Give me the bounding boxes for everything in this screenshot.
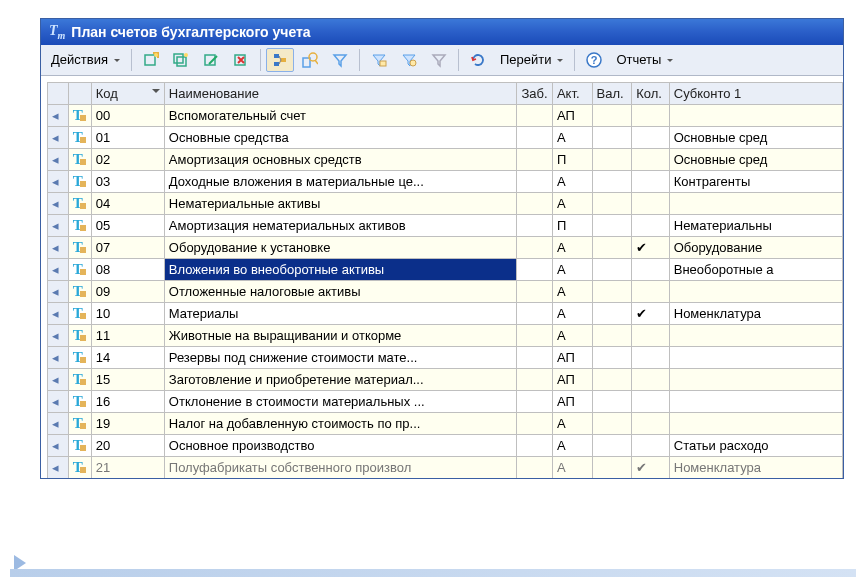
cell-zab (517, 104, 552, 126)
cell-kol (632, 390, 670, 412)
row-type-icon: Т (68, 390, 91, 412)
svg-point-1 (154, 53, 158, 57)
cell-name: Амортизация нематериальных активов (164, 214, 517, 236)
col-code[interactable]: Код (91, 82, 164, 104)
row-type-icon: Т (68, 258, 91, 280)
col-marker[interactable] (48, 82, 69, 104)
col-name[interactable]: Наименование (164, 82, 517, 104)
cell-name: Отклонение в стоимости материальных ... (164, 390, 517, 412)
cell-name: Материалы (164, 302, 517, 324)
svg-rect-8 (274, 62, 279, 66)
delete-row-icon[interactable] (227, 48, 255, 72)
cell-name: Основное производство (164, 434, 517, 456)
clear-filter-icon[interactable] (425, 48, 453, 72)
row-marker: ◂ (48, 324, 69, 346)
col-type-icon[interactable] (68, 82, 91, 104)
row-type-icon: Т (68, 302, 91, 324)
row-type-icon: Т (68, 412, 91, 434)
cell-val (592, 192, 632, 214)
col-kol[interactable]: Кол. (632, 82, 670, 104)
row-type-icon: Т (68, 192, 91, 214)
row-type-icon: Т (68, 170, 91, 192)
cell-kol: ✔ (632, 302, 670, 324)
cell-akt: А (552, 126, 592, 148)
cell-akt: А (552, 258, 592, 280)
cell-name: Отложенные налоговые активы (164, 280, 517, 302)
add-row-icon[interactable] (137, 48, 165, 72)
svg-text:?: ? (591, 54, 598, 66)
table-row[interactable]: ◂Т01Основные средстваАОсновные сред (48, 126, 843, 148)
cell-val (592, 412, 632, 434)
cell-sub1: Оборудование (669, 236, 842, 258)
cell-val (592, 258, 632, 280)
row-type-icon: Т (68, 324, 91, 346)
row-marker: ◂ (48, 390, 69, 412)
col-akt[interactable]: Акт. (552, 82, 592, 104)
goto-menu[interactable]: Перейти (494, 48, 570, 71)
table-row[interactable]: ◂Т02Амортизация основных средствПОсновны… (48, 148, 843, 170)
row-marker: ◂ (48, 192, 69, 214)
actions-menu[interactable]: Действия (45, 48, 126, 71)
table-row[interactable]: ◂Т15Заготовление и приобретение материал… (48, 368, 843, 390)
table-row[interactable]: ◂Т19Налог на добавленную стоимость по пр… (48, 412, 843, 434)
cell-akt: АП (552, 368, 592, 390)
table-row[interactable]: ◂Т07Оборудование к установкеА✔Оборудован… (48, 236, 843, 258)
col-sub1[interactable]: Субконто 1 (669, 82, 842, 104)
add-group-icon[interactable] (167, 48, 195, 72)
svg-point-13 (410, 60, 416, 66)
row-marker: ◂ (48, 412, 69, 434)
table-row[interactable]: ◂Т00Вспомогательный счетАП (48, 104, 843, 126)
cell-val (592, 104, 632, 126)
cell-code: 08 (91, 258, 164, 280)
table-row[interactable]: ◂Т16Отклонение в стоимости материальных … (48, 390, 843, 412)
cell-zab (517, 456, 552, 478)
cell-sub1 (669, 192, 842, 214)
refresh-icon[interactable] (464, 48, 492, 72)
cell-sub1 (669, 346, 842, 368)
table-row[interactable]: ◂Т03Доходные вложения в материальные це.… (48, 170, 843, 192)
edit-row-icon[interactable] (197, 48, 225, 72)
accounts-table[interactable]: Код Наименование Заб. Акт. Вал. Кол. Суб… (47, 82, 843, 479)
table-row[interactable]: ◂Т10МатериалыА✔Номенклатура (48, 302, 843, 324)
cell-name: Резервы под снижение стоимости мате... (164, 346, 517, 368)
cell-val (592, 368, 632, 390)
app-icon: Тт (49, 23, 65, 41)
cell-name: Полуфабрикаты собственного произвол (164, 456, 517, 478)
table-row[interactable]: ◂Т05Амортизация нематериальных активовПН… (48, 214, 843, 236)
row-type-icon: Т (68, 214, 91, 236)
cell-zab (517, 148, 552, 170)
reports-menu[interactable]: Отчеты (610, 48, 679, 71)
table-row[interactable]: ◂Т04Нематериальные активыА (48, 192, 843, 214)
cell-akt: АП (552, 104, 592, 126)
hierarchy-toggle-icon[interactable] (266, 48, 294, 72)
help-icon[interactable]: ? (580, 48, 608, 72)
cell-zab (517, 214, 552, 236)
col-zab[interactable]: Заб. (517, 82, 552, 104)
table-row[interactable]: ◂Т09Отложенные налоговые активыА (48, 280, 843, 302)
filter-icon[interactable] (326, 48, 354, 72)
cell-sub1: Основные сред (669, 126, 842, 148)
cell-akt: А (552, 236, 592, 258)
row-marker: ◂ (48, 104, 69, 126)
cell-name: Налог на добавленную стоимость по пр... (164, 412, 517, 434)
filter-settings-icon[interactable] (395, 48, 423, 72)
table-row[interactable]: ◂Т20Основное производствоАСтатьи расходо (48, 434, 843, 456)
table-row[interactable]: ◂Т11Животные на выращивании и откормеА (48, 324, 843, 346)
cell-sub1: Основные сред (669, 148, 842, 170)
cell-kol (632, 192, 670, 214)
find-icon[interactable] (296, 48, 324, 72)
cell-sub1 (669, 280, 842, 302)
table-row[interactable]: ◂Т21Полуфабрикаты собственного произволА… (48, 456, 843, 478)
svg-rect-0 (145, 55, 155, 65)
cell-code: 11 (91, 324, 164, 346)
table-row[interactable]: ◂Т08Вложения во внеоборотные активыАВнео… (48, 258, 843, 280)
cell-akt: А (552, 434, 592, 456)
cell-sub1: Статьи расходо (669, 434, 842, 456)
filter-by-value-icon[interactable] (365, 48, 393, 72)
col-val[interactable]: Вал. (592, 82, 632, 104)
cell-code: 20 (91, 434, 164, 456)
table-row[interactable]: ◂Т14Резервы под снижение стоимости мате.… (48, 346, 843, 368)
cell-kol (632, 324, 670, 346)
row-marker: ◂ (48, 148, 69, 170)
cell-zab (517, 390, 552, 412)
